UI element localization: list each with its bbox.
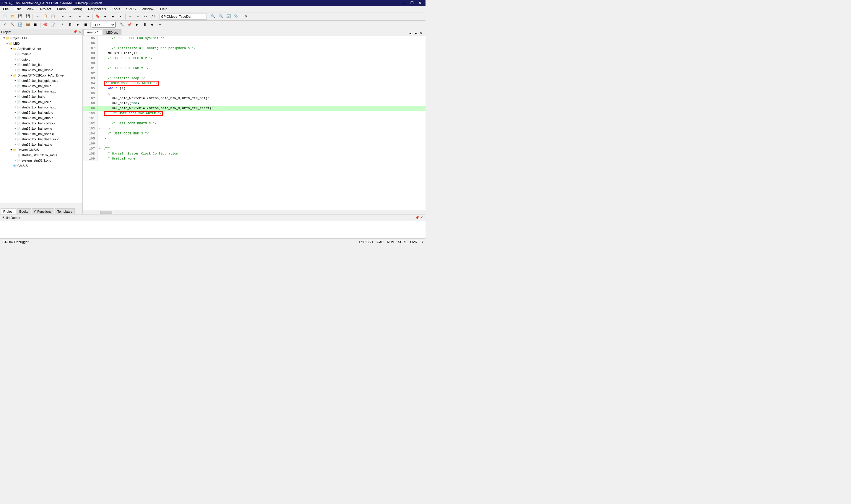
settings-button[interactable]: ⚙ (242, 13, 249, 20)
project-hscroll[interactable] (0, 203, 83, 208)
nav-back-button[interactable]: ← (76, 13, 84, 20)
build-output-close-button[interactable]: ✕ (420, 216, 423, 219)
tree-item-cmsis[interactable]: 💎 CMSIS (0, 163, 83, 168)
tree-item-halc[interactable]: + 📄 stm32f1xx_hal.c (0, 94, 83, 99)
tree-item-drv[interactable]: ▼ 📁 Drivers/STM32F1xx_HAL_Driver (0, 73, 83, 78)
menu-svcs[interactable]: SVCS (124, 6, 138, 12)
ref-button[interactable]: 📎 (233, 13, 240, 20)
tree-item-halexti[interactable]: + 📄 stm32f1xx_hal_exti.c (0, 142, 83, 147)
paste-button[interactable]: 📋 (49, 13, 56, 20)
search-input[interactable] (160, 14, 207, 19)
tree-item-startup[interactable]: 📋 startup_stm32f10x_md.s (0, 152, 83, 158)
replace-button[interactable]: 🔄 (225, 13, 232, 20)
menu-project[interactable]: Project (38, 6, 53, 12)
undo-button[interactable]: ↩ (59, 13, 66, 20)
menu-edit[interactable]: Edit (13, 6, 22, 12)
tree-item-halflash[interactable]: + 📄 stm32f1xx_hal_flash.c (0, 131, 83, 137)
compile-button[interactable]: ⚡ (1, 22, 8, 28)
batch-build-button[interactable]: 📦 (24, 22, 31, 28)
menu-view[interactable]: View (25, 6, 36, 12)
uncomment-button[interactable]: // (150, 13, 157, 20)
editor-hscroll[interactable] (83, 210, 426, 214)
tab-project[interactable]: Project (1, 208, 16, 214)
menu-debug[interactable]: Debug (70, 6, 84, 12)
tab-led-sct[interactable]: LED.sct (103, 29, 122, 35)
build-output-pin-button[interactable]: 📌 (415, 216, 419, 219)
tree-item-gpio[interactable]: + 📄 gpio.c (0, 57, 83, 62)
erase-button[interactable]: 🗑 (67, 22, 74, 28)
next-bookmark-button[interactable]: ▶ (109, 13, 116, 20)
menu-flash[interactable]: Flash (55, 6, 67, 12)
menu-tools[interactable]: Tools (110, 6, 122, 12)
redo-button[interactable]: ↪ (67, 13, 74, 20)
start-debug-button[interactable]: ▶ (74, 22, 82, 28)
tree-item-haltimex[interactable]: + 📄 stm32f1xx_hal_tim_ex.c (0, 89, 83, 94)
tree-item-halpwr[interactable]: + 📄 stm32f1xx_hal_pwr.c (0, 126, 83, 131)
tree-item-cmsis-folder[interactable]: ▼ 📁 Drivers/CMSIS (0, 147, 83, 152)
cut-button[interactable]: ✂ (34, 13, 41, 20)
prev-bookmark-button[interactable]: ◀ (102, 13, 109, 20)
tree-item-halrccex[interactable]: + 📄 stm32f1xx_hal_rcc_ex.c (0, 105, 83, 110)
tree-item-led[interactable]: ▼ 📁 LED (0, 41, 83, 46)
comment-button[interactable]: // (142, 13, 149, 20)
tab-scroll-left[interactable]: ◄ (408, 32, 413, 35)
tree-item-stm32it[interactable]: + 📄 stm32f1xx_it.c (0, 62, 83, 67)
tab-close-all[interactable]: ✕ (419, 31, 424, 35)
fold-103[interactable]: − (97, 126, 102, 131)
tree-item-project-led[interactable]: ▼ 📁 Project: LED (0, 35, 83, 41)
target-select[interactable]: LED (92, 22, 115, 28)
find-button[interactable]: 🔍 (210, 13, 217, 20)
tree-item-halcortex[interactable]: + 📄 stm32f1xx_hal_cortex.c (0, 121, 83, 126)
maximize-button[interactable]: ❐ (409, 1, 415, 5)
close-button[interactable]: ✕ (417, 1, 423, 5)
pause-button[interactable]: ⏸ (141, 22, 148, 28)
save-all-button[interactable]: 💾 (24, 13, 31, 20)
tree-item-app[interactable]: ▼ 📁 Application/User (0, 46, 83, 51)
unindent-button[interactable]: ⇐ (134, 13, 142, 20)
nav-forward-button[interactable]: → (84, 13, 91, 20)
tree-item-haldma[interactable]: + 📄 stm32f1xx_hal_dma.c (0, 115, 83, 121)
save-button[interactable]: 💾 (17, 13, 24, 20)
tree-item-main[interactable]: + 📄 main.c (0, 51, 83, 57)
tree-item-system[interactable]: + 📄 system_stm32f1xx.c (0, 158, 83, 163)
download-button[interactable]: ⬇ (59, 22, 66, 28)
stop-build-button[interactable]: ⏹ (32, 22, 39, 28)
hscroll-thumb[interactable] (101, 211, 112, 214)
tab-templates[interactable]: Templates (55, 208, 75, 214)
new-file-button[interactable]: 📄 (1, 13, 8, 20)
indent-button[interactable]: ⇒ (127, 13, 134, 20)
build-button[interactable]: 🔨 (9, 22, 16, 28)
tree-item-halgpioc[interactable]: + 📄 stm32f1xx_hal_gpio.c (0, 110, 83, 115)
tree-item-halrcc[interactable]: + 📄 stm32f1xx_hal_rcc.c (0, 99, 83, 105)
tab-functions[interactable]: {} Functions (32, 208, 54, 214)
copy-button[interactable]: 📋 (42, 13, 49, 20)
project-close-button[interactable]: ✕ (78, 30, 81, 34)
fold-107[interactable]: − (97, 146, 102, 151)
tree-item-stm32msp[interactable]: + 📄 stm32f1xx_hal_msp.c (0, 67, 83, 73)
target-options-button[interactable]: 🎯 (42, 22, 49, 28)
wizard-button[interactable]: 🔧 (118, 22, 125, 28)
code-editor[interactable]: 85 /* USER CODE END SysInit */ 86 87 (83, 35, 426, 210)
rebuild-button[interactable]: 🔃 (17, 22, 24, 28)
fold-96[interactable]: − (97, 91, 102, 96)
open-file-button[interactable]: 📂 (9, 13, 16, 20)
tab-books[interactable]: Books (17, 208, 31, 214)
tree-item-halflashex[interactable]: + 📄 stm32f1xx_hal_flash_ex.c (0, 137, 83, 142)
menu-file[interactable]: File (1, 6, 10, 12)
bookmark-button[interactable]: 🔖 (94, 13, 101, 20)
clear-bookmark-button[interactable]: ✕ (117, 13, 124, 20)
menu-window[interactable]: Window (140, 6, 156, 12)
stop-debug-button[interactable]: ⏹ (82, 22, 89, 28)
stepover-button[interactable]: ↷ (157, 22, 164, 28)
tab-scroll-right[interactable]: ► (413, 32, 419, 35)
menu-help[interactable]: Help (158, 6, 169, 12)
tree-item-haltim[interactable]: + 📄 stm32f1xx_hal_tim.c (0, 83, 83, 89)
menu-peripherals[interactable]: Peripherals (86, 6, 108, 12)
tab-main-c[interactable]: main.c* (83, 29, 102, 35)
run-button[interactable]: ▶ (133, 22, 141, 28)
project-pin-button[interactable]: 📌 (73, 30, 77, 34)
tree-item-halgpioex[interactable]: + 📄 stm32f1xx_hal_gpio_ex.c (0, 78, 83, 83)
find-in-files-button[interactable]: 🔍 (217, 13, 224, 20)
step-button[interactable]: ⏭ (149, 22, 156, 28)
pin-button[interactable]: 📌 (126, 22, 133, 28)
